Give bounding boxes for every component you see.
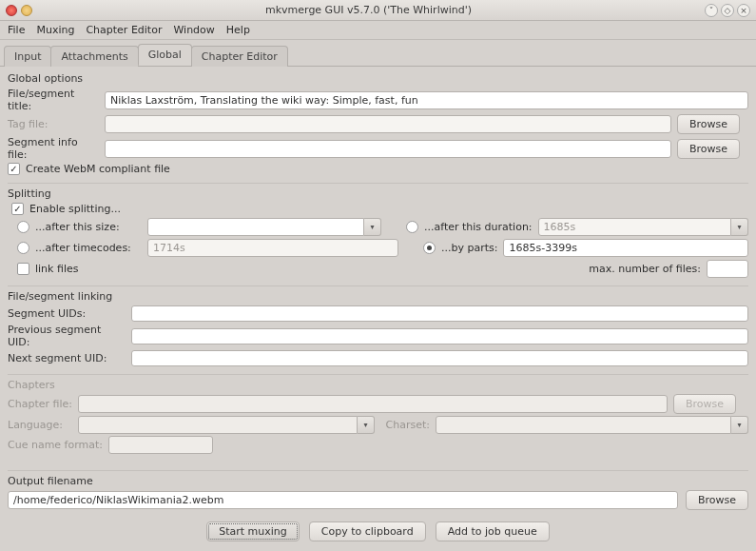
enable-splitting-label: Enable splitting...	[29, 203, 121, 215]
add-job-queue-button[interactable]: Add to job queue	[436, 521, 550, 541]
segment-uids-label: Segment UIDs:	[8, 307, 126, 320]
copy-clipboard-button[interactable]: Copy to clipboard	[309, 521, 426, 541]
menu-window[interactable]: Window	[173, 24, 214, 36]
tabs: Input Attachments Global Chapter Editor	[0, 40, 756, 67]
charset-label: Charset:	[380, 419, 430, 431]
chapter-file-input	[78, 395, 668, 413]
segment-info-input[interactable]	[105, 140, 671, 158]
segment-uids-input[interactable]	[131, 305, 748, 322]
by-parts-input[interactable]	[503, 239, 748, 257]
prev-uid-input[interactable]	[131, 328, 748, 344]
create-webm-checkbox[interactable]: ✓	[8, 163, 20, 175]
tab-global[interactable]: Global	[138, 44, 192, 66]
menu-file[interactable]: File	[8, 24, 25, 36]
after-duration-dropdown[interactable]: ▾	[731, 218, 748, 236]
by-parts-radio[interactable]	[423, 242, 436, 254]
chapter-browse-button: Browse	[673, 394, 736, 414]
after-duration-radio[interactable]	[406, 221, 418, 233]
tab-input[interactable]: Input	[4, 46, 51, 67]
cue-name-label: Cue name format:	[8, 439, 103, 451]
chapter-file-label: Chapter file:	[8, 398, 72, 410]
chapters-title: Chapters	[8, 379, 748, 391]
menu-chapter-editor[interactable]: Chapter Editor	[86, 24, 162, 36]
segment-info-browse-button[interactable]: Browse	[677, 139, 740, 159]
output-browse-button[interactable]: Browse	[686, 490, 748, 510]
splitting-title: Splitting	[8, 187, 748, 200]
menu-help[interactable]: Help	[226, 24, 250, 36]
window-btn-max[interactable]: ◇	[721, 4, 734, 17]
tab-attachments[interactable]: Attachments	[50, 46, 138, 67]
charset-input	[436, 416, 731, 434]
next-uid-label: Next segment UID:	[8, 352, 126, 364]
create-webm-label: Create WebM compliant file	[26, 163, 170, 175]
link-files-label: link files	[35, 263, 78, 275]
after-duration-input[interactable]	[538, 218, 731, 236]
after-timecodes-radio[interactable]	[17, 242, 29, 254]
after-timecodes-input[interactable]	[147, 239, 398, 257]
after-size-label: ...after this size:	[35, 221, 142, 233]
language-dropdown: ▾	[358, 416, 375, 434]
close-window-icon[interactable]	[6, 5, 17, 16]
cue-name-input	[108, 436, 213, 454]
menubar: File Muxing Chapter Editor Window Help	[0, 21, 756, 40]
file-segment-title-input[interactable]	[105, 91, 748, 109]
minimize-window-icon[interactable]	[21, 5, 32, 16]
output-filename-input[interactable]	[8, 491, 678, 509]
max-files-input[interactable]	[707, 260, 748, 278]
tag-file-input[interactable]	[105, 115, 671, 133]
file-segment-title-label: File/segment title:	[8, 88, 99, 112]
window-title: mkvmerge GUI v5.7.0 ('The Whirlwind')	[32, 4, 705, 16]
prev-uid-label: Previous segment UID:	[8, 324, 126, 348]
enable-splitting-checkbox[interactable]: ✓	[11, 203, 24, 215]
menu-muxing[interactable]: Muxing	[36, 24, 74, 36]
output-title: Output filename	[8, 475, 748, 487]
charset-dropdown: ▾	[731, 416, 748, 434]
after-size-dropdown[interactable]: ▾	[364, 218, 381, 236]
global-options-title: Global options	[8, 72, 748, 85]
language-label: Language:	[8, 419, 72, 431]
start-muxing-button[interactable]: Start muxing	[206, 521, 300, 541]
after-timecodes-label: ...after timecodes:	[35, 242, 142, 254]
tag-file-browse-button[interactable]: Browse	[677, 114, 740, 134]
language-input	[78, 416, 358, 434]
by-parts-label: ...by parts:	[441, 242, 497, 254]
tag-file-label: Tag file:	[8, 118, 99, 130]
window-btn-close[interactable]: ×	[737, 4, 750, 17]
next-uid-input[interactable]	[131, 350, 748, 366]
window-btn-min[interactable]: ˅	[705, 4, 718, 17]
max-files-label: max. number of files:	[589, 263, 701, 275]
tab-chapter-editor[interactable]: Chapter Editor	[191, 46, 288, 67]
link-files-checkbox[interactable]	[17, 263, 29, 275]
linking-title: File/segment linking	[8, 290, 748, 303]
after-duration-label: ...after this duration:	[424, 221, 533, 233]
after-size-input[interactable]	[147, 218, 364, 236]
after-size-radio[interactable]	[17, 221, 29, 233]
segment-info-label: Segment info file:	[8, 136, 99, 161]
